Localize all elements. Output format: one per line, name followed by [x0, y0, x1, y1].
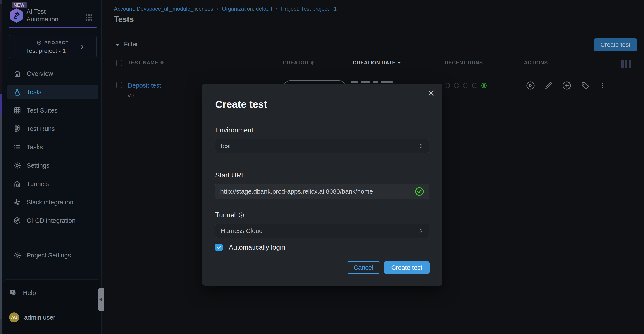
sort-desc-icon	[398, 62, 401, 64]
sidebar-item-tasks[interactable]: Tasks	[7, 140, 98, 154]
sidebar-item-test-suites[interactable]: Test Suites	[7, 103, 98, 118]
run-test-icon[interactable]	[526, 81, 535, 90]
cancel-button[interactable]: Cancel	[347, 261, 380, 274]
col-label: CREATION DATE	[353, 60, 396, 66]
environment-label-text: Environment	[215, 126, 253, 134]
select-chevrons-icon	[418, 143, 424, 149]
col-creator[interactable]: CREATOR	[283, 60, 314, 66]
select-chevrons-icon	[418, 228, 424, 234]
sidebar-collapse-handle[interactable]	[98, 288, 104, 311]
collapse-arrow-icon	[99, 297, 102, 301]
filter-label: Filter	[124, 41, 138, 48]
sidebar-item-settings[interactable]: Settings	[7, 158, 98, 173]
modal-create-test-button[interactable]: Create test	[384, 261, 430, 274]
brand-divider	[9, 27, 97, 28]
create-test-modal: ✕ Create test Environment test Start URL…	[202, 84, 442, 286]
row-checkbox[interactable]	[116, 82, 122, 88]
environment-select[interactable]: test	[215, 139, 429, 153]
run-dot-empty[interactable]	[463, 83, 468, 88]
project-kicker-label: PROJECT	[44, 40, 69, 45]
sort-icon	[311, 61, 314, 65]
strip-seg	[0, 114, 2, 319]
sidebar-footer-menu: Project Settings	[7, 248, 98, 266]
tunnel-icon	[13, 180, 21, 188]
apps-grid-icon[interactable]	[84, 13, 94, 22]
strip-seg	[0, 319, 2, 334]
sidebar-item-cicd-integration[interactable]: CI-CD integration	[7, 213, 98, 228]
grid-icon	[13, 106, 21, 114]
sidebar-bottom-panel: ? Help AU admin user	[3, 279, 101, 334]
brand-name: AI Test Automation	[26, 8, 64, 23]
checkbox[interactable]	[116, 60, 122, 66]
page-title: Tests	[114, 15, 134, 24]
select-all-checkbox[interactable]	[116, 60, 122, 66]
start-url-field[interactable]	[215, 184, 429, 199]
new-badge: NEW	[12, 2, 27, 8]
kebab-menu-icon[interactable]	[598, 82, 606, 89]
filter-button[interactable]: Filter	[114, 41, 138, 48]
sidebar-item-tests[interactable]: Tests	[7, 85, 98, 99]
app-logo[interactable]	[10, 8, 23, 23]
strip-seg	[0, 94, 2, 114]
environment-value: test	[221, 142, 231, 150]
run-dot-empty[interactable]	[472, 83, 478, 88]
breadcrumb-account[interactable]: Account: Devspace_all_module_licenses	[114, 6, 213, 12]
filter-icon	[114, 41, 120, 48]
column-settings-icon[interactable]	[621, 60, 631, 68]
help-label: Help	[23, 289, 36, 297]
sidebar-item-label: Overview	[27, 70, 53, 77]
start-url-label: Start URL	[215, 171, 429, 179]
breadcrumb: Account: Devspace_all_module_licenses › …	[114, 6, 337, 12]
avatar: AU	[9, 312, 19, 322]
run-dot-empty[interactable]	[454, 83, 459, 88]
table-header: TEST NAME CREATOR CREATION DATE RECENT R…	[102, 59, 644, 68]
tunnel-value: Harness Cloud	[221, 227, 262, 235]
svg-text:?: ?	[11, 290, 13, 293]
test-version: v0	[128, 92, 134, 99]
create-test-button[interactable]: Create test	[594, 39, 637, 51]
breadcrumb-organization[interactable]: Organization: default	[222, 6, 272, 12]
breadcrumb-separator: ›	[276, 6, 278, 12]
test-name-link[interactable]: Deposit test	[128, 82, 161, 89]
col-test-name[interactable]: TEST NAME	[128, 60, 164, 66]
start-url-input[interactable]	[220, 188, 414, 195]
gear-icon	[13, 161, 21, 170]
strip-seg	[0, 4, 2, 33]
add-to-suite-icon[interactable]	[562, 81, 572, 90]
run-dot-empty[interactable]	[445, 83, 450, 88]
breadcrumb-project[interactable]: Project: Test project - 1	[281, 6, 337, 12]
sidebar-item-project-settings[interactable]: Project Settings	[7, 248, 98, 263]
gear-icon	[13, 251, 21, 259]
help-button[interactable]: ? Help	[9, 289, 36, 297]
sidebar-item-label: Project Settings	[27, 252, 71, 259]
run-dot-success[interactable]	[481, 83, 486, 88]
auto-login-checkbox[interactable]	[215, 244, 223, 251]
sidebar-item-label: CI-CD integration	[27, 217, 76, 224]
auto-login-label: Automatically login	[229, 244, 285, 251]
project-selector[interactable]: PROJECT Test project - 1	[8, 35, 97, 58]
close-icon[interactable]: ✕	[427, 89, 435, 98]
strip-seg	[0, 0, 2, 4]
user-menu[interactable]: AU admin user	[9, 312, 55, 322]
col-label: ACTIONS	[524, 60, 548, 66]
breadcrumb-separator: ›	[216, 6, 218, 12]
col-label: CREATOR	[283, 60, 308, 66]
sidebar-divider	[9, 274, 96, 274]
col-creation-date[interactable]: CREATION DATE	[353, 60, 401, 66]
info-icon[interactable]	[238, 212, 244, 218]
check-icon	[216, 245, 222, 250]
sidebar-item-test-runs[interactable]: Test Runs	[7, 121, 98, 136]
sidebar-item-label: Settings	[27, 162, 50, 169]
modal-buttons: Cancel Create test	[215, 261, 430, 274]
sidebar-item-label: Tasks	[27, 144, 43, 151]
environment-label: Environment	[215, 126, 429, 134]
edit-pencil-icon[interactable]	[544, 81, 553, 90]
tag-icon[interactable]	[580, 81, 590, 90]
sidebar-item-overview[interactable]: Overview	[7, 66, 98, 81]
sidebar-item-slack-integration[interactable]: Slack integration	[7, 195, 98, 210]
tunnel-select[interactable]: Harness Cloud	[215, 224, 429, 238]
sidebar-item-tunnels[interactable]: Tunnels	[7, 177, 98, 191]
creation-date-clipped	[351, 81, 392, 83]
tunnel-label-text: Tunnel	[215, 211, 236, 219]
sidebar-item-label: Tests	[27, 89, 42, 96]
